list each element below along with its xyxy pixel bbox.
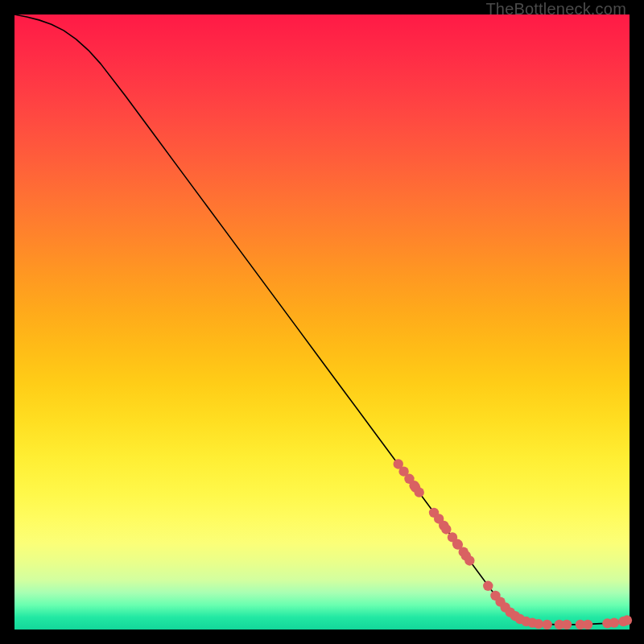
data-point [562, 620, 572, 630]
data-point [583, 620, 592, 630]
dots-layer [14, 14, 630, 630]
data-point [464, 555, 474, 565]
chart-container: TheBottleneck.com [0, 0, 644, 644]
data-point [609, 617, 619, 627]
plot-area [14, 14, 630, 630]
data-point [441, 524, 451, 534]
data-point [622, 615, 632, 625]
data-point [483, 581, 493, 591]
data-point [534, 619, 543, 629]
data-point [415, 487, 424, 497]
data-point [542, 620, 551, 630]
